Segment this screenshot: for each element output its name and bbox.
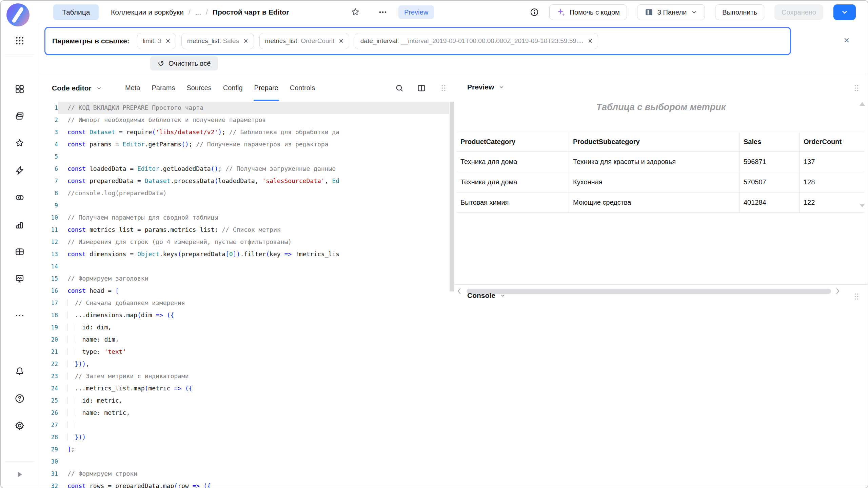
table-cell: Техника для красоты и здоровья [569, 152, 739, 172]
line-content: //console.log(preparedData) [67, 187, 449, 199]
code-token [67, 348, 75, 355]
code-token: // Получение параметров из редактора [193, 141, 329, 148]
search-icon[interactable] [394, 83, 405, 93]
code-token: loadedData, [218, 177, 262, 184]
code-token: const [67, 141, 86, 148]
help-icon[interactable] [12, 391, 27, 406]
code-token: , [325, 177, 332, 184]
editor-title-dropdown[interactable]: Code editor [52, 74, 102, 102]
table-cell: Моющие средства [569, 192, 739, 213]
line-number: 6 [38, 163, 58, 175]
param-chip[interactable]: metrics_list : Sales× [181, 33, 254, 49]
code-line: 32const rows = preparedData.map(row => (… [38, 480, 449, 488]
tab-controls[interactable]: Controls [290, 74, 315, 102]
preview-dropdown[interactable]: Preview [467, 83, 505, 91]
tab-meta[interactable]: Meta [125, 74, 140, 102]
code-token: ...dimensions.map [75, 311, 137, 319]
line-content: // Импорт необходимых библиотек и получе… [67, 114, 449, 126]
help-with-code-button[interactable]: Помочь с кодом [549, 4, 627, 20]
line-content: const preparedData = Dataset.processData… [67, 175, 449, 187]
tab-params[interactable]: Params [152, 74, 175, 102]
preview-badge-label: Preview [404, 8, 428, 16]
code-token [67, 311, 75, 319]
param-chip[interactable]: metrics_list : OrderCount× [259, 33, 349, 49]
editor-header: Code editor MetaParamsSourcesConfigPrepa… [38, 74, 454, 102]
connections-icon[interactable] [12, 190, 27, 205]
code-token: Dataset [145, 177, 171, 184]
tab-sources[interactable]: Sources [186, 74, 211, 102]
split-view-icon[interactable] [416, 83, 427, 93]
line-decoration [58, 480, 67, 488]
code-token: ; [71, 446, 75, 453]
chip-remove-icon[interactable]: × [339, 37, 343, 45]
chip-remove-icon[interactable]: × [588, 37, 592, 45]
line-content: const params = Editor.getParams(); // По… [67, 138, 449, 150]
line-number: 29 [38, 443, 58, 455]
param-chip[interactable]: limit : 3× [137, 33, 176, 49]
editor-monitor-icon[interactable] [12, 271, 27, 286]
line-decoration [58, 285, 67, 297]
line-decoration [58, 224, 67, 236]
line-decoration [58, 468, 67, 480]
editor-scrollbar-thumb[interactable] [450, 102, 454, 291]
breadcrumb-root[interactable]: Коллекции и воркбуки [111, 8, 184, 16]
dashboards-icon[interactable] [12, 82, 27, 97]
code-token: => [284, 250, 292, 258]
clear-all-button[interactable]: ↺ Очистить всё [150, 56, 218, 70]
bell-icon[interactable] [12, 364, 27, 379]
code-line: 22 })), [38, 358, 449, 370]
scroll-up-icon[interactable] [860, 102, 865, 106]
save-menu-button[interactable] [833, 4, 856, 20]
panels-label: 3 Панели [657, 8, 687, 16]
editor-tabs: MetaParamsSourcesConfigPrepareControls [125, 74, 315, 102]
chip-remove-icon[interactable]: × [166, 37, 170, 45]
tab-prepare[interactable]: Prepare [254, 74, 278, 102]
lightning-icon[interactable] [12, 163, 27, 178]
code-line: 6const loadedData = Editor.getLoadedData… [38, 163, 449, 175]
params-close-icon[interactable]: × [839, 33, 854, 48]
code-token: Dataset [90, 128, 115, 136]
run-button[interactable]: Выполнить [715, 4, 764, 20]
expand-icon[interactable] [12, 467, 27, 482]
code-line: 31// Формируем строки [38, 468, 449, 480]
drag-handle-icon[interactable] [438, 83, 449, 93]
line-number: 12 [38, 236, 58, 248]
star-icon[interactable] [350, 7, 360, 17]
gear-icon[interactable] [12, 418, 27, 433]
info-icon[interactable] [530, 7, 539, 17]
code-line: 17 // Сначала добавляем измерения [38, 297, 449, 309]
editor-scrollbar[interactable] [449, 102, 454, 488]
datalens-logo[interactable] [6, 3, 29, 26]
code-token [67, 299, 75, 306]
scroll-down-icon[interactable] [860, 204, 865, 207]
line-content: ...dimensions.map(dim => ({ [67, 309, 449, 321]
chart-icon[interactable] [12, 217, 27, 232]
collections-icon[interactable] [12, 109, 27, 124]
param-chip[interactable]: date_interval : __interval_2019-09-01T00… [355, 33, 598, 49]
drag-handle-icon[interactable] [853, 84, 860, 92]
tab-config[interactable]: Config [223, 74, 243, 102]
table-icon[interactable] [12, 244, 27, 259]
tab-table[interactable]: Таблица [53, 4, 99, 20]
code-editor-content[interactable]: 1// КОД ВКЛАДКИ PREPARE Простого чарта2/… [38, 102, 449, 488]
breadcrumb-separator: / [206, 8, 208, 16]
panels-button[interactable]: 3 Панели [637, 4, 705, 20]
line-content: // КОД ВКЛАДКИ PREPARE Простого чарта [67, 102, 449, 114]
more-menu-icon[interactable] [378, 9, 388, 15]
code-token: metric [148, 385, 174, 392]
console-dropdown[interactable]: Console [467, 291, 506, 300]
chip-remove-icon[interactable]: × [243, 37, 248, 45]
preview-badge[interactable]: Preview [398, 5, 434, 19]
breadcrumb-ellipsis[interactable]: ... [195, 8, 201, 16]
star-icon[interactable] [12, 136, 27, 151]
code-token: .processData [170, 177, 214, 184]
more-icon[interactable] [12, 308, 27, 323]
code-token: ; [189, 141, 193, 148]
code-token: key [270, 250, 284, 258]
drag-handle-icon[interactable] [853, 292, 860, 300]
save-button[interactable]: Сохранено [774, 4, 823, 20]
code-token: !metrics_lis [292, 250, 339, 258]
apps-grid-icon[interactable] [12, 33, 27, 48]
code-token: params = [86, 141, 122, 148]
code-token [67, 421, 75, 428]
